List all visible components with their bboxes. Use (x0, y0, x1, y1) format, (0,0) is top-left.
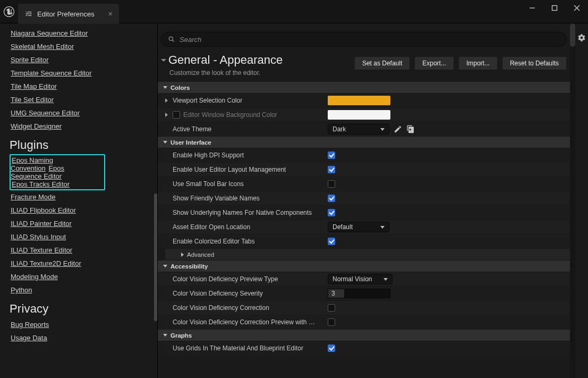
sidebar-item[interactable]: Fracture Mode (11, 190, 56, 204)
open-location-dropdown[interactable]: Default (328, 222, 389, 232)
row-open-location: Asset Editor Open Location Default (158, 220, 570, 234)
group-label: Graphs (171, 332, 192, 339)
checkbox[interactable] (328, 195, 335, 202)
checkbox[interactable] (328, 345, 335, 352)
chevron-right-icon (181, 253, 184, 257)
tab-title: Editor Preferences (37, 10, 95, 18)
reset-defaults-button[interactable]: Reset to Defaults (502, 56, 567, 70)
content-panel: General - Appearance Customize the look … (158, 23, 570, 378)
sidebar-item[interactable]: ILIAD Flipbook Editor (11, 204, 76, 217)
row-label: Color Vision Deficiency Severity (173, 290, 263, 297)
minimize-button[interactable] (521, 0, 543, 16)
checkbox[interactable] (328, 304, 335, 312)
chevron-down-icon (380, 128, 385, 131)
import-button[interactable]: Import... (458, 56, 498, 70)
sidebar-heading-plugins: Plugins (10, 138, 154, 152)
group-label: User Interface (171, 139, 211, 146)
sidebar-item[interactable]: ILIAD Painter Editor (11, 217, 72, 230)
group-label: Colors (171, 85, 190, 91)
sidebar-item[interactable]: Tile Set Editor (11, 93, 54, 106)
row-label: Editor Window Background Color (183, 111, 277, 119)
checkbox[interactable] (328, 238, 335, 245)
edit-icon[interactable] (394, 125, 402, 133)
cvd-type-dropdown[interactable]: Normal Vision (328, 274, 393, 284)
enable-checkbox[interactable] (173, 111, 180, 119)
row-label: Show Friendly Variable Names (173, 195, 260, 202)
sidebar-item[interactable]: Bug Reports (11, 318, 49, 331)
tab-editor-preferences[interactable]: Editor Preferences × (18, 4, 119, 24)
sidebar-item[interactable]: Template Sequence Editor (11, 66, 91, 80)
row-label: Color Vision Deficiency Correction Previ… (173, 318, 316, 326)
group-header-colors[interactable]: Colors (158, 82, 570, 94)
unreal-logo-icon (0, 0, 18, 23)
row-editor-bg-color: Editor Window Background Color (158, 108, 570, 122)
sidebar-item[interactable]: ILIAD Stylus Input (11, 230, 66, 243)
group-advanced[interactable]: Advanced (165, 249, 570, 261)
chevron-down-icon (161, 59, 166, 62)
sidebar-item[interactable]: Niagara Sequence Editor (11, 27, 88, 40)
checkbox[interactable] (328, 166, 335, 173)
row-label: Enable User Editor Layout Management (173, 166, 286, 173)
cvd-severity-field[interactable]: 3 (328, 289, 390, 298)
duplicate-icon[interactable] (406, 125, 415, 133)
sidebar: Niagara Sequence Editor Skeletal Mesh Ed… (0, 23, 158, 378)
checkbox[interactable] (328, 209, 335, 216)
sidebar-item[interactable]: Tile Map Editor (11, 80, 57, 93)
sidebar-item[interactable]: Usage Data (11, 331, 47, 345)
page-title: General - Appearance (168, 53, 283, 67)
group-header-ui[interactable]: User Interface (158, 137, 570, 148)
sidebar-item[interactable]: ILIAD Texture2D Editor (11, 257, 81, 270)
row-label: Viewport Selection Color (173, 97, 242, 104)
group-header-accessibility[interactable]: Accessibility (158, 261, 570, 272)
sidebar-section-editors: Niagara Sequence Editor Skeletal Mesh Ed… (11, 27, 154, 133)
checkbox[interactable] (328, 180, 335, 188)
row-underlying-names: Show Underlying Names For Native Compone… (158, 206, 570, 220)
row-high-dpi: Enable High DPI Support (158, 148, 570, 163)
chevron-down-icon (163, 86, 167, 89)
svg-point-1 (169, 37, 173, 40)
color-swatch[interactable] (328, 110, 390, 120)
close-window-button[interactable] (566, 0, 588, 16)
close-icon[interactable]: × (108, 10, 113, 18)
sidebar-item-epos-tracks[interactable]: Epos Tracks Editor (12, 178, 70, 191)
row-active-theme: Active Theme Dark (158, 122, 570, 137)
checkbox[interactable] (328, 152, 335, 159)
sidebar-item[interactable]: UMG Sequence Editor (11, 106, 80, 120)
row-colorized-tabs: Enable Colorized Editor Tabs (158, 234, 570, 249)
chevron-down-icon (163, 265, 167, 267)
sidebar-scrollbar[interactable] (154, 23, 157, 378)
sidebar-item[interactable]: Python (11, 283, 32, 297)
expand-toggle[interactable] (163, 113, 169, 117)
row-label: Show Underlying Names For Native Compone… (173, 209, 312, 216)
sidebar-item[interactable]: Widget Designer (11, 120, 62, 133)
sidebar-item[interactable]: Modeling Mode (11, 270, 58, 283)
color-swatch[interactable] (328, 96, 390, 105)
search-box[interactable] (161, 32, 567, 47)
chevron-down-icon (163, 334, 167, 337)
category-title-row[interactable]: General - Appearance (161, 53, 348, 67)
checkbox[interactable] (328, 318, 335, 326)
page-subtitle: Customize the look of the editor. (161, 69, 348, 77)
group-label: Accessibility (171, 263, 208, 270)
content-scroll-thumb[interactable] (570, 23, 575, 47)
maximize-button[interactable] (543, 0, 566, 16)
window-controls (521, 0, 588, 16)
sidebar-scroll-thumb[interactable] (154, 194, 157, 321)
row-label: Enable Colorized Editor Tabs (173, 238, 255, 245)
set-default-button[interactable]: Set as Default (354, 56, 410, 70)
content-scrollbar[interactable] (570, 23, 575, 378)
group-header-graphs[interactable]: Graphs (158, 330, 570, 341)
row-friendly-names: Show Friendly Variable Names (158, 191, 570, 206)
sidebar-item[interactable]: ILIAD Texture Editor (11, 243, 72, 257)
gear-icon[interactable] (577, 33, 586, 42)
theme-dropdown[interactable]: Dark (328, 124, 389, 135)
row-cvd-severity: Color Vision Deficiency Severity 3 (158, 287, 570, 301)
search-input[interactable] (180, 36, 560, 44)
settings-list: Colors Viewport Selection Color Editor W… (158, 82, 570, 378)
sidebar-item[interactable]: Skeletal Mesh Editor (11, 40, 74, 53)
sidebar-item[interactable]: Sprite Editor (11, 53, 49, 66)
main-area: Niagara Sequence Editor Skeletal Mesh Ed… (0, 23, 588, 378)
row-cvd-correction-preview: Color Vision Deficiency Correction Previ… (158, 315, 570, 330)
expand-toggle[interactable] (163, 98, 169, 103)
export-button[interactable]: Export... (414, 56, 454, 70)
